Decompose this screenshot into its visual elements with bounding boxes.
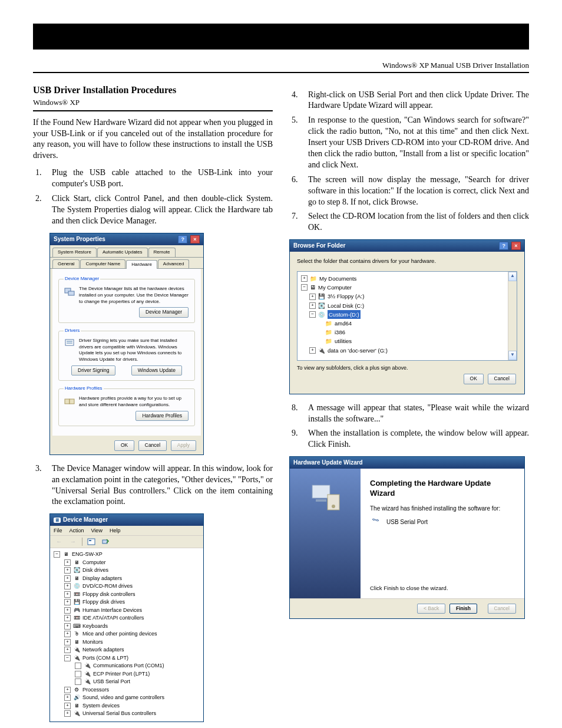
tree-item[interactable]: −🖥My Computer xyxy=(301,283,504,292)
tree-item[interactable]: 🔌ECP Printer Port (LPT1) xyxy=(54,670,200,678)
page-header-block xyxy=(33,24,529,50)
scroll-down-icon[interactable]: ▼ xyxy=(508,351,517,360)
hardware-profiles-button[interactable]: Hardware Profiles xyxy=(135,411,189,421)
step-number: 6. xyxy=(289,174,308,186)
dialog-titlebar: Hardware Update Wizard xyxy=(290,457,524,469)
menu-view[interactable]: View xyxy=(91,527,103,534)
tree-item[interactable]: +📼Floppy disk controllers xyxy=(54,591,200,599)
cancel-button[interactable]: Cancel xyxy=(488,604,516,614)
tree-item[interactable]: 🔌Communications Port (COM1) xyxy=(54,662,200,670)
menu-file[interactable]: File xyxy=(54,527,62,534)
device-tree: −🖥 ENG-SW-XP +🖥Computer+💽Disk drives+🖥Di… xyxy=(50,548,203,722)
wizard-subtext: The wizard has finished installing the s… xyxy=(370,505,515,513)
scan-icon[interactable] xyxy=(100,537,111,546)
tree-item[interactable]: +⌨Keyboards xyxy=(54,622,200,631)
svg-rect-3 xyxy=(65,399,70,404)
wizard-closer: Click Finish to close the wizard. xyxy=(370,585,515,592)
tab-computer-name[interactable]: Computer Name xyxy=(80,259,125,269)
help-icon[interactable]: ? xyxy=(178,235,187,243)
windows-update-button[interactable]: Windows Update xyxy=(131,365,182,375)
intro-paragraph: If the Found New Hardware Wizard did not… xyxy=(33,117,273,162)
tab-advanced[interactable]: Advanced xyxy=(158,259,190,269)
close-icon[interactable]: × xyxy=(511,242,521,250)
hardware-profiles-icon xyxy=(64,396,75,407)
tree-item[interactable]: −🔌Ports (COM & LPT) xyxy=(54,654,200,663)
tree-item[interactable]: +📼IDE ATA/ATAPI controllers xyxy=(54,614,200,622)
tree-item[interactable]: 📁i386 xyxy=(301,328,504,337)
menu-help[interactable]: Help xyxy=(110,527,121,534)
section-subtitle: Windows® XP xyxy=(33,97,273,108)
ok-button[interactable]: OK xyxy=(114,440,134,450)
dialog-title: Hardware Update Wizard xyxy=(293,459,363,467)
dialog-titlebar: System Properties ? × xyxy=(50,233,203,245)
tab-remote[interactable]: Remote xyxy=(148,248,176,257)
back-button[interactable]: < Back xyxy=(417,604,445,614)
finish-button[interactable]: Finish xyxy=(449,604,477,614)
forward-icon[interactable]: → xyxy=(68,537,78,546)
properties-icon[interactable] xyxy=(86,537,97,546)
step-text: The screen will now display the message,… xyxy=(308,174,529,208)
tree-item[interactable]: +🖱Mice and other pointing devices xyxy=(54,630,200,638)
tree-root[interactable]: −🖥 ENG-SW-XP xyxy=(54,551,200,559)
driver-signing-button[interactable]: Driver Signing xyxy=(71,365,115,375)
cancel-button[interactable]: Cancel xyxy=(488,374,516,384)
group-legend: Hardware Profiles xyxy=(64,386,104,392)
svg-rect-5 xyxy=(88,539,95,545)
tree-item[interactable]: +🔌data on 'doc-server' (G:) xyxy=(301,346,504,355)
tree-item[interactable]: +🔊Sound, video and game controllers xyxy=(54,694,200,702)
menubar: File Action View Help xyxy=(50,526,203,536)
tree-item[interactable]: +💾Floppy disk drives xyxy=(54,598,200,607)
tree-item[interactable]: +🖥Computer xyxy=(54,559,200,567)
svg-point-11 xyxy=(332,505,335,508)
step-number: 8. xyxy=(289,403,308,414)
close-icon[interactable]: × xyxy=(190,235,200,243)
step-number: 3. xyxy=(33,463,52,475)
tree-item[interactable]: 🔌USB Serial Port xyxy=(54,678,200,686)
tree-item[interactable]: +⚙Processors xyxy=(54,686,200,694)
tree-item[interactable]: +🔌Network adapters xyxy=(54,646,200,654)
tree-item[interactable]: +🖥System devices xyxy=(54,702,200,710)
tree-item[interactable]: +🎮Human Interface Devices xyxy=(54,607,200,615)
tree-item[interactable]: +💿DVD/CD-ROM drives xyxy=(54,582,200,591)
menu-action[interactable]: Action xyxy=(70,527,84,534)
apply-button[interactable]: Apply xyxy=(171,440,196,450)
ok-button[interactable]: OK xyxy=(464,374,484,384)
tab-automatic-updates[interactable]: Automatic Updates xyxy=(97,248,148,257)
tree-item[interactable]: +🔌Universal Serial Bus controllers xyxy=(54,710,200,718)
step-text: A message will appear that states, "Plea… xyxy=(308,403,529,425)
scroll-up-icon[interactable]: ▲ xyxy=(508,272,517,281)
header-rule xyxy=(33,72,529,73)
hardware-profiles-group: Hardware Profiles Hardware profiles prov… xyxy=(58,386,195,426)
tree-item[interactable]: +📁My Documents xyxy=(301,274,504,283)
step-number: 2. xyxy=(33,193,52,205)
group-text: Hardware profiles provide a way for you … xyxy=(79,396,190,409)
back-icon[interactable]: ← xyxy=(54,537,64,546)
step-text: In response to the question, "Can Window… xyxy=(308,115,529,170)
tree-item[interactable]: +💾3½ Floppy (A:) xyxy=(301,292,504,301)
tree-item[interactable]: 📁amd64 xyxy=(301,319,504,328)
drivers-group: Drivers Driver Signing lets you make sur… xyxy=(58,328,195,381)
svg-rect-2 xyxy=(65,340,74,345)
tree-item[interactable]: +🖥Monitors xyxy=(54,638,200,647)
group-legend: Device Manager xyxy=(64,276,100,282)
tree-item[interactable]: +🖥Display adapters xyxy=(54,575,200,583)
step-number: 1. xyxy=(33,167,52,179)
wizard-device-name: USB Serial Port xyxy=(386,518,428,526)
device-manager-button[interactable]: Device Manager xyxy=(139,307,189,317)
tab-hardware[interactable]: Hardware xyxy=(126,260,157,269)
svg-rect-9 xyxy=(316,499,326,502)
page-sub-header: Windows® XP Manual USB Driver Installati… xyxy=(33,60,529,71)
scrollbar[interactable]: ▲ ▼ xyxy=(508,272,517,360)
tree-item[interactable]: +💽Disk drives xyxy=(54,566,200,575)
tab-system-restore[interactable]: System Restore xyxy=(52,248,97,257)
help-icon[interactable]: ? xyxy=(499,242,508,250)
tab-general[interactable]: General xyxy=(52,259,80,269)
dialog-title: Browse For Folder xyxy=(293,242,345,250)
tree-item[interactable]: +💽Local Disk (C:) xyxy=(301,301,504,310)
cancel-button[interactable]: Cancel xyxy=(138,440,167,450)
tree-item[interactable]: 📁utilities xyxy=(301,337,504,345)
dialog-title: System Properties xyxy=(54,235,105,243)
wizard-device-item: USB Serial Port xyxy=(370,516,515,528)
tree-item[interactable]: −💿Custom-(D:) xyxy=(301,310,504,319)
dialog-titlebar: 🖥Device Manager xyxy=(50,514,203,526)
